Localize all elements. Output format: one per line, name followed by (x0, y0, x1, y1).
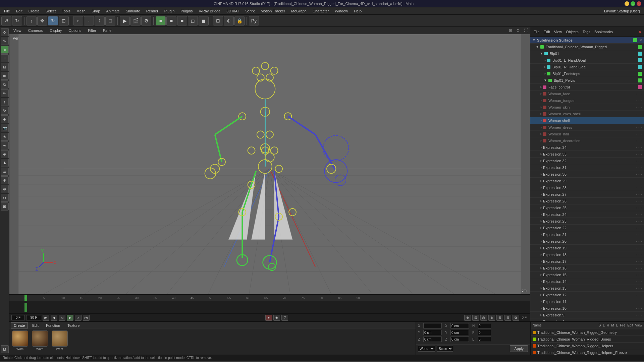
menu-edit[interactable]: Edit (13, 8, 25, 14)
hier-bip01-rhand[interactable]: ○ Bip01_R_Hand.Goal (530, 64, 644, 70)
sp-edit-btn[interactable]: Edit (542, 29, 551, 35)
face-ctrl-vis-dot[interactable] (638, 85, 642, 89)
menu-help[interactable]: Help (351, 8, 364, 14)
python-btn[interactable]: Py (249, 16, 259, 25)
mat-tab-edit[interactable]: Edit (29, 322, 42, 328)
menu-plugins[interactable]: Plugins (178, 8, 195, 14)
snap-toggle[interactable]: 🔒 (234, 16, 245, 25)
hier-expr-22[interactable]: ○ Expression.22 · · · · (530, 225, 644, 231)
menu-mesh[interactable]: Mesh (74, 8, 88, 14)
lhand-vis-dot[interactable] (638, 58, 642, 62)
x-pos-input[interactable]: 0 cm (423, 323, 442, 328)
shading-mode-3[interactable]: ■ (177, 16, 187, 25)
key-btn-6[interactable]: ⊟ (504, 315, 511, 321)
hier-bip01[interactable]: ▼ Bip01 (530, 50, 644, 57)
tool-cloner[interactable]: ⊞ (1, 202, 9, 210)
select-tool[interactable]: ↕ (26, 16, 37, 25)
hier-expr-24[interactable]: ○ Expression.24 · · · · (530, 211, 644, 218)
menu-render[interactable]: Render (144, 8, 161, 14)
menu-simulate[interactable]: Simulate (123, 8, 143, 14)
hier-expr-13[interactable]: ○ Expression.13 · · · · (530, 285, 644, 292)
menu-select[interactable]: Select (43, 8, 59, 14)
menu-vray[interactable]: V-Ray Bridge (196, 8, 223, 14)
tool-light[interactable]: ☀ (1, 133, 9, 141)
obj-edit-btn[interactable]: Edit (627, 323, 633, 327)
poly-mode[interactable]: □ (105, 16, 115, 25)
edge-mode[interactable]: ⌇ (95, 16, 105, 25)
layout-selector[interactable]: Layout: Startup [User] (601, 8, 643, 14)
render-to-picture[interactable]: 🎬 (130, 16, 141, 25)
tool-camera[interactable]: 📷 (1, 124, 9, 132)
timeline-ruler[interactable]: 0 5 10 15 20 25 30 35 40 45 50 55 60 65 … (9, 295, 530, 301)
obj-helpers[interactable]: Traditional_Chinese_Woman_Rigged_Helpers (531, 343, 644, 349)
tool-bridge[interactable]: ⊞ (1, 72, 9, 80)
ss-close-btn[interactable]: ✕ (639, 39, 642, 42)
scale-tool[interactable]: ⊡ (59, 16, 69, 25)
hier-expr-33[interactable]: ○ Expression.33 · · · · (530, 151, 644, 158)
vp-options-menu[interactable]: Options (66, 28, 83, 33)
b-input[interactable] (478, 337, 491, 342)
sp-tags-btn[interactable]: Tags (581, 29, 592, 35)
object-mode[interactable]: ○ (73, 16, 83, 25)
sp-file-btn[interactable]: File (532, 29, 541, 35)
shading-mode-4[interactable]: ◻ (188, 16, 198, 25)
key-btn-3[interactable]: ◎ (480, 315, 487, 321)
key-btn-4[interactable]: ⊗ (488, 315, 495, 321)
menu-plugin[interactable]: Plugin (162, 8, 177, 14)
tool-sculpt[interactable]: ◈ (1, 46, 9, 54)
footsteps-vis-dot[interactable] (638, 72, 642, 76)
hier-expr-20[interactable]: ○ Expression.20 · · · · (530, 238, 644, 245)
hier-women-skin[interactable]: ○ Women_skin · · · · (530, 104, 644, 111)
menu-motion-tracker[interactable]: Motion Tracker (258, 8, 288, 14)
coord-mode-select[interactable]: World Object (418, 346, 435, 352)
hier-expr-18[interactable]: ○ Expression.18 · · · · (530, 251, 644, 258)
key-btn-7[interactable]: ⧉ (513, 315, 519, 321)
sp-objects-btn[interactable]: Objects (565, 29, 580, 35)
hier-expr-17[interactable]: ○ Expression.17 · · · · (530, 258, 644, 265)
bip01-vis-dot[interactable] (638, 52, 642, 56)
hier-expr-10[interactable]: ○ Expression.10 · · · · (530, 305, 644, 312)
menu-3dtoall[interactable]: 3DToAll (224, 8, 242, 14)
obj-view-btn[interactable]: View (635, 323, 643, 327)
subdivision-surface-item[interactable]: ▼ Subdivision Surface ✕ (530, 37, 644, 44)
hier-women-eyes-shell[interactable]: ○ Women_eyes_shell · · · · (530, 111, 644, 117)
render-view[interactable]: ▶ (120, 16, 130, 25)
material-item-0[interactable]: Wom (11, 330, 29, 351)
hier-expr-26[interactable]: ○ Expression.26 · · · · (530, 198, 644, 204)
goto-end-btn[interactable]: ⏭ (83, 315, 90, 321)
tool-move[interactable]: ↕ (1, 98, 9, 106)
pelvis-vis-dot[interactable] (638, 78, 642, 82)
current-frame-input[interactable] (11, 315, 25, 320)
vp-settings-icon[interactable]: ⚙ (516, 28, 520, 33)
next-frame-btn[interactable]: ▷ (75, 315, 82, 321)
hier-expr-16[interactable]: ○ Expression.16 · · · · (530, 265, 644, 272)
hier-expr-19[interactable]: ○ Expression.19 · · · · (530, 245, 644, 251)
menu-window[interactable]: Window (332, 8, 351, 14)
viewport-canvas[interactable]: Perspective Grid Spacing: 100 cm (9, 34, 530, 294)
minimize-button[interactable]: — (625, 1, 629, 6)
tool-effector[interactable]: ⊙ (1, 194, 9, 202)
vp-filter-menu[interactable]: Filter (86, 28, 98, 33)
key-btn-1[interactable]: ⊕ (464, 315, 471, 321)
tool-particles[interactable]: ⁜ (1, 176, 9, 184)
scale-mode-select[interactable]: Scale (437, 346, 453, 352)
hier-expr-9[interactable]: ○ Expression.9 · · · · (530, 312, 644, 318)
vp-expand-icon[interactable]: ⊞ (509, 28, 512, 33)
tool-hair[interactable]: ≋ (1, 168, 9, 176)
vp-cameras-menu[interactable]: Cameras (26, 28, 45, 33)
menu-mograph[interactable]: MoGraph (288, 8, 309, 14)
play-reverse-btn[interactable]: ◁ (59, 315, 65, 321)
tool-character[interactable]: ♟ (1, 159, 9, 167)
hier-expr-30[interactable]: ○ Expression.30 · · · · (530, 171, 644, 178)
hier-expr-27[interactable]: ○ Expression.27 · · · · (530, 191, 644, 198)
hier-expr-8[interactable]: ○ Expression.8 · · · · (530, 318, 644, 321)
obj-file-btn[interactable]: File (620, 323, 625, 327)
vp-view-menu[interactable]: View (11, 28, 23, 33)
grid-toggle[interactable]: ⊞ (213, 16, 223, 25)
hier-expr-15[interactable]: ○ Expression.15 · · · · (530, 272, 644, 278)
sp-bookmarks-btn[interactable]: Bookmarks (593, 29, 614, 35)
maximize-button[interactable]: □ (631, 1, 635, 6)
axis-toggle[interactable]: ⊕ (224, 16, 234, 25)
key-btn-2[interactable]: ⊡ (472, 315, 479, 321)
shading-mode-5[interactable]: ◼ (199, 16, 209, 25)
